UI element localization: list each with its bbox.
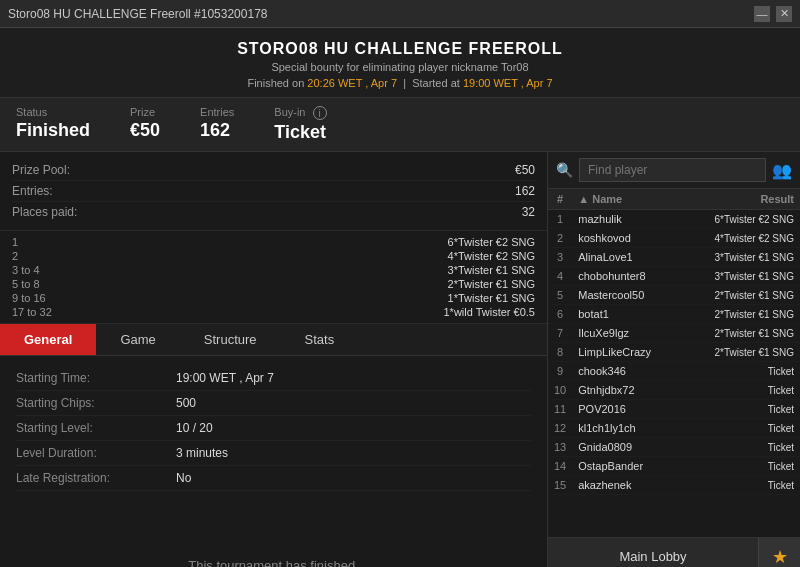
table-row[interactable]: 1 mazhulik 6*Twister €2 SNG [548, 210, 800, 229]
tab-stats[interactable]: Stats [281, 324, 359, 355]
general-info-row: Level Duration:3 minutes [16, 441, 531, 466]
player-name: AlinaLove1 [572, 248, 682, 267]
tab-structure[interactable]: Structure [180, 324, 281, 355]
left-panel: Prize Pool: €50 Entries: 162 Places paid… [0, 152, 548, 567]
player-result: 3*Twister €1 SNG [682, 267, 800, 286]
entries-pi-value: 162 [515, 184, 535, 198]
entries-row: Entries: 162 [12, 181, 535, 202]
table-row[interactable]: 7 IlcuXe9lgz 2*Twister €1 SNG [548, 324, 800, 343]
tab-general[interactable]: General [0, 324, 96, 355]
player-table: # ▲ Name Result 1 mazhulik 6*Twister €2 … [548, 189, 800, 537]
player-num: 11 [548, 400, 572, 419]
table-row[interactable]: 2 koshkovod 4*Twister €2 SNG [548, 229, 800, 248]
prize-pool-label: Prize Pool: [12, 163, 70, 177]
entries-pi-label: Entries: [12, 184, 53, 198]
player-name: POV2016 [572, 400, 682, 419]
player-num: 4 [548, 267, 572, 286]
prize-label: Prize [130, 106, 160, 118]
table-row[interactable]: 8 LimpLikeCrazy 2*Twister €1 SNG [548, 343, 800, 362]
player-result: Ticket [682, 400, 800, 419]
player-num: 13 [548, 438, 572, 457]
payout-row: 3 to 43*Twister €1 SNG [12, 263, 535, 277]
header: STORO08 HU CHALLENGE FREEROLL Special bo… [0, 28, 800, 98]
started-label: Started at [412, 77, 460, 89]
table-row[interactable]: 12 kl1ch1ly1ch Ticket [548, 419, 800, 438]
table-row[interactable]: 9 chook346 Ticket [548, 362, 800, 381]
left-tabs-area: General Game Structure Stats Starting Ti… [0, 324, 547, 567]
tournament-title: STORO08 HU CHALLENGE FREEROLL [0, 40, 800, 58]
col-header-name: ▲ Name [572, 189, 682, 210]
player-result: Ticket [682, 381, 800, 400]
places-paid-label: Places paid: [12, 205, 77, 219]
player-num: 12 [548, 419, 572, 438]
player-name: Gnida0809 [572, 438, 682, 457]
main-lobby-button[interactable]: Main Lobby [548, 538, 758, 567]
player-name: koshkovod [572, 229, 682, 248]
player-num: 7 [548, 324, 572, 343]
payout-row: 16*Twister €2 SNG [12, 235, 535, 249]
player-result: 2*Twister €1 SNG [682, 324, 800, 343]
table-row[interactable]: 3 AlinaLove1 3*Twister €1 SNG [548, 248, 800, 267]
info-icon[interactable]: i [313, 106, 327, 120]
player-num: 5 [548, 286, 572, 305]
status-value: Finished [16, 120, 90, 141]
player-result: Ticket [682, 476, 800, 495]
player-num: 1 [548, 210, 572, 229]
prize-pool-value: €50 [515, 163, 535, 177]
buyin-value: Ticket [274, 122, 326, 143]
player-name: chobohunter8 [572, 267, 682, 286]
payout-list: 16*Twister €2 SNG24*Twister €2 SNG3 to 4… [0, 231, 547, 324]
player-result: Ticket [682, 438, 800, 457]
title-bar-controls: — ✕ [754, 6, 792, 22]
player-num: 14 [548, 457, 572, 476]
player-result: 2*Twister €1 SNG [682, 343, 800, 362]
prize-pool-row: Prize Pool: €50 [12, 160, 535, 181]
prize-value: €50 [130, 120, 160, 141]
player-name: LimpLikeCrazy [572, 343, 682, 362]
general-info-row: Late Registration:No [16, 466, 531, 491]
prize-info: Prize Pool: €50 Entries: 162 Places paid… [0, 152, 547, 231]
table-row[interactable]: 14 OstapBander Ticket [548, 457, 800, 476]
star-button[interactable]: ★ [758, 538, 800, 567]
table-row[interactable]: 15 akazhenek Ticket [548, 476, 800, 495]
col-header-result: Result [682, 189, 800, 210]
entries-label: Entries [200, 106, 234, 118]
table-row[interactable]: 4 chobohunter8 3*Twister €1 SNG [548, 267, 800, 286]
player-result: 4*Twister €2 SNG [682, 229, 800, 248]
time-info: Finished on 20:26 WET , Apr 7 | Started … [0, 77, 800, 89]
started-time: 19:00 WET , Apr 7 [463, 77, 553, 89]
add-player-icon[interactable]: 👥 [772, 161, 792, 180]
table-row[interactable]: 13 Gnida0809 Ticket [548, 438, 800, 457]
left-tabs: General Game Structure Stats [0, 324, 547, 356]
table-row[interactable]: 11 POV2016 Ticket [548, 400, 800, 419]
stat-buyin: Buy-in i Ticket [274, 106, 326, 143]
player-num: 15 [548, 476, 572, 495]
col-header-num: # [548, 189, 572, 210]
entries-value: 162 [200, 120, 234, 141]
finished-message: This tournament has finished. [0, 496, 547, 567]
stats-bar: Status Finished Prize €50 Entries 162 Bu… [0, 98, 800, 152]
stat-status: Status Finished [16, 106, 90, 143]
search-input[interactable] [579, 158, 766, 182]
table-row[interactable]: 6 botat1 2*Twister €1 SNG [548, 305, 800, 324]
payout-row: 24*Twister €2 SNG [12, 249, 535, 263]
stat-prize: Prize €50 [130, 106, 160, 143]
general-info-row: Starting Level:10 / 20 [16, 416, 531, 441]
player-name: mazhulik [572, 210, 682, 229]
places-paid-value: 32 [522, 205, 535, 219]
payout-row: 9 to 161*Twister €1 SNG [12, 291, 535, 305]
table-row[interactable]: 10 Gtnhjdbx72 Ticket [548, 381, 800, 400]
stat-entries: Entries 162 [200, 106, 234, 143]
player-name: akazhenek [572, 476, 682, 495]
player-result: 2*Twister €1 SNG [682, 286, 800, 305]
finished-time: 20:26 WET , Apr 7 [307, 77, 397, 89]
tab-game[interactable]: Game [96, 324, 179, 355]
table-row[interactable]: 5 Mastercool50 2*Twister €1 SNG [548, 286, 800, 305]
general-info-row: Starting Chips:500 [16, 391, 531, 416]
general-info-row: Starting Time:19:00 WET , Apr 7 [16, 366, 531, 391]
player-num: 8 [548, 343, 572, 362]
close-button[interactable]: ✕ [776, 6, 792, 22]
minimize-button[interactable]: — [754, 6, 770, 22]
player-num: 3 [548, 248, 572, 267]
player-num: 6 [548, 305, 572, 324]
